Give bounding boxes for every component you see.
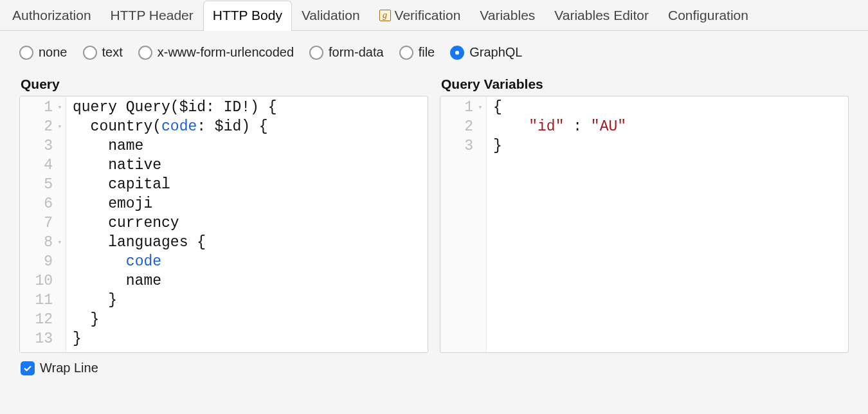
radio-label: none [39, 45, 68, 60]
code-line[interactable]: languages { [73, 233, 428, 252]
body-type-none[interactable]: none [19, 45, 68, 60]
wrap-line-checkbox[interactable] [21, 361, 35, 375]
tab-http-body[interactable]: HTTP Body [203, 1, 292, 31]
tab-label: Configuration [668, 8, 748, 23]
code-line[interactable]: native [73, 156, 428, 175]
line-number: 1▾ [20, 98, 63, 117]
code-line[interactable]: } [73, 310, 428, 329]
query-variables-editor[interactable]: 1▾23 { "id" : "AU"} [440, 96, 849, 353]
code-line[interactable]: name [73, 271, 428, 291]
code-line[interactable]: emoji [73, 194, 428, 213]
line-number: 10 [20, 271, 63, 291]
tab-label: Authorization [12, 8, 91, 23]
tab-validation[interactable]: Validation [292, 1, 370, 31]
line-number: 9 [20, 252, 63, 271]
fold-toggle-icon[interactable]: ▾ [476, 104, 482, 111]
radio-dot-icon [450, 46, 464, 60]
radio-label: text [102, 45, 123, 60]
tab-verification[interactable]: gVerification [370, 1, 471, 31]
radio-dot-icon [309, 46, 323, 60]
code-line[interactable]: { [493, 98, 848, 117]
tab-label: Variables [480, 8, 535, 23]
tab-configuration[interactable]: Configuration [658, 1, 758, 31]
radio-label: file [419, 45, 435, 60]
tab-authorization[interactable]: Authorization [3, 1, 101, 31]
code-line[interactable]: } [73, 329, 428, 348]
fold-toggle-icon[interactable]: ▾ [55, 104, 62, 111]
line-number: 3 [440, 136, 484, 156]
tab-label: Verification [395, 8, 461, 23]
code-line[interactable]: country(code: $id) { [73, 117, 428, 136]
tab-bar: AuthorizationHTTP HeaderHTTP BodyValidat… [0, 0, 868, 31]
body-type-file[interactable]: file [399, 45, 435, 60]
code-line[interactable]: } [493, 136, 848, 156]
tab-label: HTTP Header [111, 8, 194, 23]
tab-http-header[interactable]: HTTP Header [101, 1, 203, 31]
code-line[interactable]: "id" : "AU" [493, 117, 848, 136]
body-type-text[interactable]: text [83, 45, 123, 60]
line-number: 12 [20, 310, 63, 329]
radio-label: form-data [329, 45, 384, 60]
code-line[interactable]: code [73, 252, 428, 271]
body-type-form-data[interactable]: form-data [309, 45, 384, 60]
code-line[interactable]: } [73, 291, 428, 310]
query-editor[interactable]: 1▾2▾345678▾910111213 query Query($id: ID… [19, 96, 428, 353]
line-number: 3 [20, 136, 63, 156]
tab-label: Variables Editor [554, 8, 649, 23]
line-number: 5 [20, 175, 63, 194]
groovy-script-icon: g [379, 10, 391, 21]
checkmark-icon [23, 364, 32, 373]
query-variables-title: Query Variables [441, 76, 849, 92]
tab-label: HTTP Body [213, 8, 282, 23]
code-line[interactable]: capital [73, 175, 428, 194]
code-line[interactable]: currency [73, 213, 428, 233]
radio-label: GraphQL [469, 45, 522, 60]
line-number: 6 [20, 194, 63, 213]
fold-toggle-icon[interactable]: ▾ [55, 123, 62, 130]
body-type-radios: nonetextx-www-form-urlencodedform-datafi… [19, 45, 849, 60]
tab-variables-editor[interactable]: Variables Editor [545, 1, 658, 31]
fold-toggle-icon[interactable]: ▾ [55, 239, 62, 246]
body-type-graphql[interactable]: GraphQL [450, 45, 522, 60]
line-number: 4 [20, 156, 63, 175]
body-type-x-www-form-urlencoded[interactable]: x-www-form-urlencoded [138, 45, 294, 60]
radio-dot-icon [83, 46, 97, 60]
query-title: Query [21, 76, 428, 92]
radio-dot-icon [138, 46, 152, 60]
code-line[interactable]: name [73, 136, 428, 156]
line-number: 1▾ [440, 98, 484, 117]
tab-label: Validation [302, 8, 360, 23]
line-number: 11 [20, 291, 63, 310]
line-number: 2▾ [20, 117, 63, 136]
radio-label: x-www-form-urlencoded [158, 45, 294, 60]
tab-variables[interactable]: Variables [470, 1, 545, 31]
radio-dot-icon [399, 46, 413, 60]
radio-dot-icon [19, 46, 33, 60]
line-number: 2 [440, 117, 484, 136]
code-line[interactable]: query Query($id: ID!) { [73, 98, 428, 117]
wrap-line-label: Wrap Line [40, 361, 98, 375]
line-number: 7 [20, 213, 63, 233]
line-number: 8▾ [20, 233, 63, 252]
line-number: 13 [20, 329, 63, 348]
